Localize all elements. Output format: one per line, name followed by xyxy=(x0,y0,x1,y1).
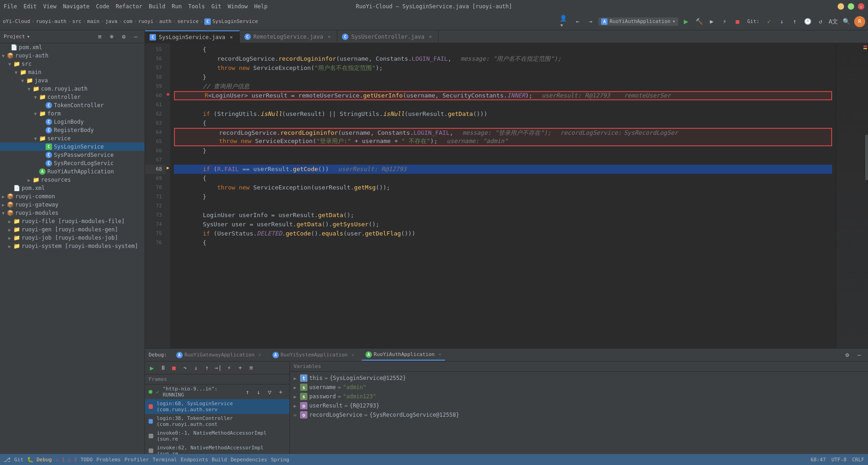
debug-settings-button[interactable]: ⚙ xyxy=(842,350,852,360)
git-check-button[interactable]: ✓ xyxy=(764,17,774,27)
tree-item-syspasswordservice[interactable]: C SysPasswordService xyxy=(0,151,145,159)
breadcrumb-item[interactable]: ruoyi-auth xyxy=(36,18,66,24)
debug-tab-gateway[interactable]: A RuoYiGatewayApplication ✕ xyxy=(173,350,265,360)
avatar-button[interactable]: R xyxy=(854,16,865,27)
endpoints-label[interactable]: Endpoints xyxy=(180,457,208,463)
menu-run[interactable]: Run xyxy=(172,3,182,10)
step-over-button[interactable]: ↷ xyxy=(180,363,190,373)
hide-panel-button[interactable]: – xyxy=(131,32,141,42)
locate-button[interactable]: ⊕ xyxy=(107,32,117,42)
debug-hide-button[interactable]: – xyxy=(854,350,864,360)
tree-item-ruoyi-gateway[interactable]: ▶ 📦 ruoyi-gateway xyxy=(0,201,145,209)
tab-close-button[interactable]: ✕ xyxy=(326,34,332,40)
tree-item-form[interactable]: ▼ 📁 form xyxy=(0,109,145,118)
line-sep-label[interactable]: CRLF xyxy=(852,457,865,463)
tree-item-loginbody[interactable]: C LoginBody xyxy=(0,118,145,126)
tree-item-registerbody[interactable]: C RegisterBody xyxy=(0,126,145,134)
menu-edit[interactable]: Edit xyxy=(23,3,37,10)
search-button[interactable]: 🔍 xyxy=(841,17,851,27)
collapse-all-button[interactable]: ≡ xyxy=(95,32,105,42)
menu-git[interactable]: Git xyxy=(211,3,221,10)
code-content[interactable]: { recordLogService.recordLogininfor(user… xyxy=(170,43,836,348)
run-config-selector[interactable]: A RuoYiAuthApplication ▾ xyxy=(598,17,678,26)
spring-label[interactable]: Spring xyxy=(271,457,289,463)
tree-item-sysloginservice[interactable]: C SysLoginService xyxy=(0,143,145,151)
tab-sysloginservice[interactable]: C SysLoginService.java ✕ xyxy=(145,30,240,43)
tree-item-java[interactable]: ▼ 📁 java xyxy=(0,76,145,85)
breadcrumb-item[interactable]: oYi-Cloud xyxy=(3,18,30,24)
code-editor[interactable]: 55 56 57 58 59 60 61 62 63 64 65 66 67 6… xyxy=(145,43,868,348)
frame-item[interactable]: login:38, TokenController (com.ruoyi.aut… xyxy=(145,414,289,429)
menu-build[interactable]: Build xyxy=(149,3,165,10)
tree-item-main[interactable]: ▼ 📁 main xyxy=(0,68,145,76)
git-history-button[interactable]: 🕐 xyxy=(803,17,813,27)
tree-item-ruoyiauthapplication[interactable]: A RuoYiAuthApplication xyxy=(0,167,145,176)
add-icon[interactable]: + xyxy=(276,387,286,397)
filter-icon[interactable]: ▽ xyxy=(265,387,275,397)
tab-remotelogservice[interactable]: C RemoteLogService.java ✕ xyxy=(240,30,338,43)
tree-item-pom[interactable]: 📄 pom.xml xyxy=(0,43,145,52)
tab-sysusercontroller[interactable]: C SysUserController.java ✕ xyxy=(337,30,439,43)
menu-navigate[interactable]: Navigate xyxy=(63,3,90,10)
tree-item-resources[interactable]: ▶ 📁 resources xyxy=(0,176,145,184)
encoding-label[interactable]: UTF-8 xyxy=(831,457,846,463)
breadcrumb-item[interactable]: src xyxy=(72,18,81,24)
breadcrumb-item[interactable]: SysLoginService xyxy=(212,18,258,24)
git-branch-label[interactable]: Git xyxy=(14,457,23,463)
frame-item[interactable]: ✓ "http-nio-9...in": RUNNING ↑ ↓ ▽ + xyxy=(145,385,289,399)
menu-window[interactable]: Window xyxy=(228,3,248,10)
vcs-button[interactable]: 👤▾ xyxy=(560,17,570,27)
tab-close-button[interactable]: ✕ xyxy=(427,34,434,40)
debug-tab-system[interactable]: A RuoYiSystemApplication ✕ xyxy=(269,350,358,360)
tree-item-ruoyi-job[interactable]: ▶ 📁 ruoyi-job [ruoyi-modules-job] xyxy=(0,234,145,242)
down-icon[interactable]: ↓ xyxy=(254,387,264,397)
close-icon[interactable]: ✕ xyxy=(351,352,354,358)
tree-item-pom2[interactable]: 📄 pom.xml xyxy=(0,184,145,192)
frame-item[interactable]: invoke0:-1, NativeMethodAccessorImpl (su… xyxy=(145,429,289,443)
close-button[interactable]: ✕ xyxy=(858,3,864,10)
frame-item-selected[interactable]: login:68, SysLoginService (com.ruoyi.aut… xyxy=(145,399,289,414)
breadcrumb-item[interactable]: service xyxy=(177,18,198,24)
close-icon[interactable]: ✕ xyxy=(258,352,261,358)
debug-tab-auth[interactable]: A RuoYiAuthApplication ✕ xyxy=(362,350,445,361)
frames-settings-button[interactable]: ≡ xyxy=(246,363,256,373)
settings-button[interactable]: ⚙ xyxy=(119,32,129,42)
back-button[interactable]: ← xyxy=(573,17,583,27)
terminal-label[interactable]: Terminal xyxy=(152,457,177,463)
translate-button[interactable]: A文 xyxy=(828,17,839,27)
step-out-button[interactable]: ↑ xyxy=(202,363,212,373)
variable-item-password[interactable]: ▶ s password = "admin123" xyxy=(290,392,868,401)
minimize-button[interactable]: — xyxy=(838,3,844,10)
git-push-button[interactable]: ↑ xyxy=(790,17,800,27)
up-icon[interactable]: ↑ xyxy=(243,387,253,397)
breadcrumb-item[interactable]: ruoyi xyxy=(138,18,153,24)
git-revert-button[interactable]: ↺ xyxy=(816,17,826,27)
git-update-button[interactable]: ↓ xyxy=(777,17,787,27)
build-button[interactable]: 🔨 xyxy=(694,17,704,27)
menu-code[interactable]: Code xyxy=(96,3,110,10)
variable-item-username[interactable]: ▶ s username = "admin" xyxy=(290,383,868,392)
tree-item-ruoyi-file[interactable]: ▶ 📁 ruoyi-file [ruoyi-modules-file] xyxy=(0,217,145,225)
evaluate-button[interactable]: ⚡ xyxy=(224,363,234,373)
debug-status-label[interactable]: 🐛 Debug xyxy=(27,457,52,463)
todo-label[interactable]: TODO xyxy=(81,457,93,463)
close-icon[interactable]: ✕ xyxy=(438,351,441,357)
tab-close-button[interactable]: ✕ xyxy=(228,34,235,40)
pause-button[interactable]: ⏸ xyxy=(158,363,168,373)
forward-button[interactable]: → xyxy=(585,17,596,27)
breadcrumb-item[interactable]: main xyxy=(87,18,100,24)
tree-item-com-ruoyi-auth[interactable]: ▼ 📁 com.ruoyi.auth xyxy=(0,85,145,93)
problems-nav-label[interactable]: Problems xyxy=(97,457,121,463)
tree-item-ruoyi-gen[interactable]: ▶ 📁 ruoyi-gen [ruoyi-modules-gen] xyxy=(0,225,145,234)
add-watchpoint-button[interactable]: + xyxy=(235,363,245,373)
run-button[interactable]: ▶ xyxy=(681,17,691,27)
breadcrumb-item[interactable]: java xyxy=(105,18,118,24)
menu-view[interactable]: View xyxy=(43,3,57,10)
tree-item-sysrecordlogservice[interactable]: C SysRecordLogServic xyxy=(0,159,145,167)
resume-button[interactable]: ▶ xyxy=(147,363,157,373)
dependencies-label[interactable]: Dependencies xyxy=(231,457,267,463)
menu-tools[interactable]: Tools xyxy=(188,3,205,10)
stop-button[interactable]: ■ xyxy=(733,17,743,27)
tree-item-ruoyi-system[interactable]: ▶ 📁 ruoyi-system [ruoyi-modules-system] xyxy=(0,242,145,250)
variable-item-recordlogservice[interactable]: ∞ o recordLogService = {SysRecordLogServ… xyxy=(290,410,868,419)
